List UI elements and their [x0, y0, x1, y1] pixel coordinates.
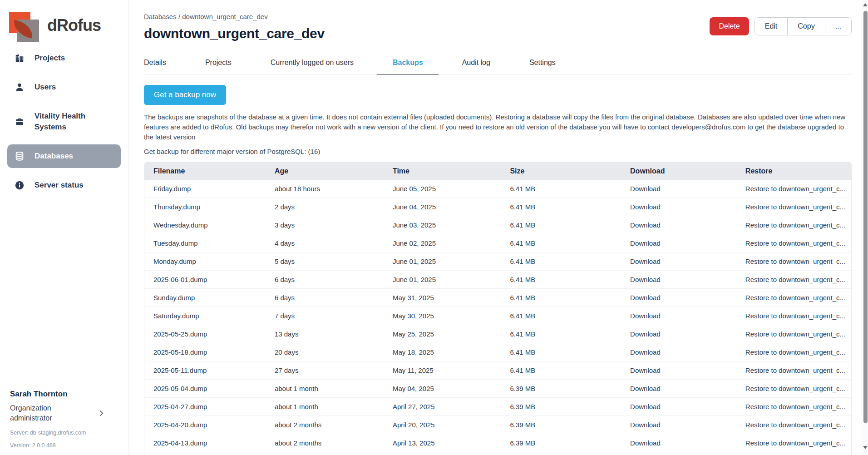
download-link[interactable]: Download — [623, 343, 738, 361]
get-backup-button[interactable]: Get a backup now — [144, 85, 226, 105]
size-cell: 6.41 MB — [503, 288, 623, 307]
sidebar-item-server-status[interactable]: Server status — [7, 173, 121, 197]
download-link[interactable]: Download — [623, 307, 738, 325]
age-cell: 27 days — [267, 361, 385, 379]
restore-link[interactable]: Restore to downtown_urgent_c... — [738, 452, 851, 455]
restore-link[interactable]: Restore to downtown_urgent_c... — [738, 325, 851, 343]
tab-settings[interactable]: Settings — [529, 52, 556, 74]
age-cell: 2 months — [267, 452, 385, 455]
tab-details[interactable]: Details — [144, 52, 166, 74]
size-cell: 6.39 MB — [503, 452, 623, 455]
restore-link[interactable]: Restore to downtown_urgent_c... — [738, 270, 851, 288]
sidebar-nav: ProjectsUsersVitality Health SystemsData… — [7, 46, 121, 203]
download-link[interactable]: Download — [623, 361, 738, 379]
download-link[interactable]: Download — [623, 252, 738, 270]
filename-cell: Wednesday.dump — [144, 216, 267, 234]
column-header-size: Size — [503, 162, 623, 180]
download-link[interactable]: Download — [623, 452, 738, 455]
sidebar-item-databases[interactable]: Databases — [7, 144, 121, 168]
download-link[interactable]: Download — [623, 234, 738, 252]
more-actions-button[interactable]: ... — [825, 18, 851, 35]
filename-cell: Saturday.dump — [144, 307, 267, 325]
download-link[interactable]: Download — [623, 288, 738, 307]
time-cell: May 25, 2025 — [385, 325, 503, 343]
download-link[interactable]: Download — [623, 325, 738, 343]
restore-link[interactable]: Restore to downtown_urgent_c... — [738, 343, 851, 361]
filename-cell: 2025-05-04.dump — [144, 379, 267, 397]
download-link[interactable]: Download — [623, 397, 738, 415]
chevron-right-icon — [97, 409, 105, 417]
column-header-time: Time — [385, 162, 503, 180]
download-link[interactable]: Download — [623, 198, 738, 216]
restore-link[interactable]: Restore to downtown_urgent_c... — [738, 252, 851, 270]
postgres-note-label: Get backup for different major version o… — [144, 148, 306, 155]
table-row: Tuesday.dump4 daysJune 02, 20256.41 MBDo… — [144, 234, 851, 252]
download-link[interactable]: Download — [623, 434, 738, 452]
time-cell: May 11, 2025 — [385, 361, 503, 379]
size-cell: 6.39 MB — [503, 397, 623, 415]
time-cell: May 18, 2025 — [385, 343, 503, 361]
breadcrumb-databases-link[interactable]: Databases — [144, 13, 177, 20]
restore-link[interactable]: Restore to downtown_urgent_c... — [738, 288, 851, 307]
restore-link[interactable]: Restore to downtown_urgent_c... — [738, 397, 851, 415]
restore-link[interactable]: Restore to downtown_urgent_c... — [738, 198, 851, 216]
tab-currently-logged-on-users[interactable]: Currently logged on users — [271, 52, 354, 74]
time-cell: June 03, 2025 — [385, 216, 503, 234]
sidebar-item-vitality-health-systems[interactable]: Vitality Health Systems — [7, 104, 121, 139]
postgres-version-link[interactable]: (16) — [308, 148, 321, 155]
copy-button[interactable]: Copy — [787, 18, 824, 35]
tab-backups[interactable]: Backups — [393, 52, 423, 74]
restore-link[interactable]: Restore to downtown_urgent_c... — [738, 216, 851, 234]
download-link[interactable]: Download — [623, 379, 738, 397]
age-cell: about 2 months — [267, 415, 385, 434]
breadcrumb: Databases / downtown_urgent_care_dev — [144, 13, 325, 20]
download-link[interactable]: Download — [623, 180, 738, 198]
scroll-up-arrow-icon[interactable] — [863, 3, 868, 6]
size-cell: 6.41 MB — [503, 343, 623, 361]
table-row: 2025-04-06.dump2 monthsApril 06, 20256.3… — [144, 452, 851, 455]
filename-cell: 2025-05-18.dump — [144, 343, 267, 361]
column-header-age: Age — [267, 162, 385, 180]
user-block: Sarah Thornton Organization administrato… — [7, 390, 121, 449]
download-link[interactable]: Download — [623, 216, 738, 234]
download-link[interactable]: Download — [623, 415, 738, 434]
age-cell: 7 days — [267, 307, 385, 325]
sidebar-item-projects[interactable]: Projects — [7, 46, 121, 70]
download-link[interactable]: Download — [623, 270, 738, 288]
age-cell: 13 days — [267, 325, 385, 343]
info-icon — [15, 180, 25, 190]
tab-projects[interactable]: Projects — [205, 52, 232, 74]
restore-link[interactable]: Restore to downtown_urgent_c... — [738, 180, 851, 198]
time-cell: June 01, 2025 — [385, 270, 503, 288]
time-cell: April 13, 2025 — [385, 434, 503, 452]
restore-link[interactable]: Restore to downtown_urgent_c... — [738, 415, 851, 434]
backups-description: The backups are snapshots of the databas… — [144, 112, 848, 142]
size-cell: 6.41 MB — [503, 307, 623, 325]
delete-button[interactable]: Delete — [710, 17, 749, 35]
version-info: Version: 2.0.0.468 — [10, 442, 118, 449]
edit-button[interactable]: Edit — [755, 18, 788, 35]
time-cell: June 02, 2025 — [385, 234, 503, 252]
restore-link[interactable]: Restore to downtown_urgent_c... — [738, 379, 851, 397]
filename-cell: 2025-05-25.dump — [144, 325, 267, 343]
column-header-filename: Filename — [144, 162, 267, 180]
restore-link[interactable]: Restore to downtown_urgent_c... — [738, 361, 851, 379]
restore-link[interactable]: Restore to downtown_urgent_c... — [738, 234, 851, 252]
sidebar-item-users[interactable]: Users — [7, 75, 121, 99]
restore-link[interactable]: Restore to downtown_urgent_c... — [738, 434, 851, 452]
filename-cell: Tuesday.dump — [144, 234, 267, 252]
column-header-download: Download — [623, 162, 738, 180]
restore-link[interactable]: Restore to downtown_urgent_c... — [738, 307, 851, 325]
size-cell: 6.41 MB — [503, 361, 623, 379]
brand-name: dRofus — [47, 16, 101, 35]
briefcase-icon — [15, 117, 25, 127]
scrollbar-thumb[interactable] — [863, 11, 868, 423]
scroll-down-arrow-icon[interactable] — [863, 446, 868, 449]
age-cell: 3 days — [267, 216, 385, 234]
user-menu[interactable]: Organization administrator — [10, 403, 118, 423]
backups-table: FilenameAgeTimeSizeDownloadRestore Frida… — [144, 162, 852, 455]
time-cell: April 27, 2025 — [385, 397, 503, 415]
table-row: Monday.dump5 daysJune 01, 20256.41 MBDow… — [144, 252, 851, 270]
tab-audit-log[interactable]: Audit log — [462, 52, 490, 74]
action-button-group: Edit Copy ... — [755, 17, 852, 35]
